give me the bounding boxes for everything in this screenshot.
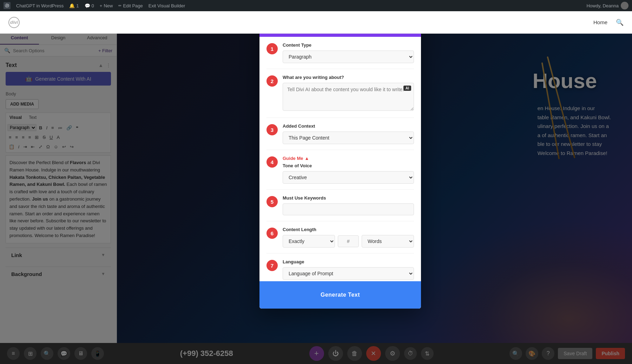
step-1-content: Content Type Paragraph List Heading (283, 42, 414, 63)
admin-site-name[interactable]: ChatGPT in WordPress (16, 3, 64, 8)
wordpress-logo[interactable] (4, 2, 11, 9)
length-value-input[interactable] (338, 235, 359, 247)
step-number-5: 5 (266, 196, 278, 207)
write-body-modal: Write Body With AI × 1 Content Type Para… (259, 18, 421, 309)
step-7: 7 Language Language of Prompt English Sp… (266, 254, 414, 281)
modal-footer: Generate Text (259, 281, 421, 309)
step-number-4: 4 (266, 156, 278, 168)
admin-counter[interactable]: 🔔 1 (69, 3, 79, 8)
step-4-content: Guide Me ▲ Tone of Voice Creative Profes… (283, 156, 414, 184)
tone-of-voice-select[interactable]: Creative Professional Casual Formal (283, 171, 414, 184)
step-4: 4 Guide Me ▲ Tone of Voice Creative Prof… (266, 150, 414, 190)
step-1-label: Content Type (283, 42, 414, 48)
admin-exit-vb[interactable]: Exit Visual Builder (149, 3, 185, 8)
divi-nav: divi Home 🔍 (0, 11, 632, 34)
step-2-label: What are you writing about? (283, 75, 414, 80)
length-type-select[interactable]: Exactly At least At most (283, 235, 335, 248)
language-select[interactable]: Language of Prompt English Spanish Frenc… (283, 267, 414, 280)
guide-me-btn[interactable]: Guide Me ▲ (283, 156, 414, 161)
step-2-content: What are you writing about? AI (283, 75, 414, 112)
step-number-6: 6 (266, 228, 278, 239)
divi-nav-links: Home 🔍 (593, 19, 624, 26)
step-5-label: Must Use Keywords (283, 195, 414, 201)
divi-logo-circle: divi (8, 17, 20, 28)
step-2: 2 What are you writing about? AI (266, 69, 414, 118)
avatar (621, 2, 628, 9)
admin-howdy: Howdy, Deanna (586, 2, 628, 9)
step-3: 3 Added Context This Page Content None C… (266, 118, 414, 150)
step-6-content: Content Length Exactly At least At most … (283, 227, 414, 248)
step-5-content: Must Use Keywords (283, 195, 414, 215)
step-1: 1 Content Type Paragraph List Heading (266, 37, 414, 69)
step-5: 5 Must Use Keywords (266, 190, 414, 221)
generate-text-btn[interactable]: Generate Text (266, 287, 414, 303)
nav-home[interactable]: Home (593, 19, 607, 25)
modal-body: 1 Content Type Paragraph List Heading 2 … (259, 37, 421, 281)
step-number-1: 1 (266, 43, 278, 54)
step-number-7: 7 (266, 260, 278, 271)
textarea-wrapper: AI (283, 83, 414, 112)
guide-me-arrow: ▲ (305, 156, 309, 161)
search-icon[interactable]: 🔍 (616, 19, 624, 26)
admin-comments[interactable]: 💬 0 (85, 3, 94, 8)
writing-about-textarea[interactable] (283, 83, 414, 111)
step-3-label: Added Context (283, 123, 414, 129)
step-6: 6 Content Length Exactly At least At mos… (266, 221, 414, 254)
admin-bar: ChatGPT in WordPress 🔔 1 💬 0 New Edit Pa… (0, 0, 632, 11)
step-number-2: 2 (266, 75, 278, 87)
admin-new[interactable]: New (100, 3, 113, 8)
step-4-label: Tone of Voice (283, 163, 414, 168)
length-unit-select[interactable]: Words Sentences Paragraphs (362, 235, 414, 248)
divi-logo: divi (8, 17, 20, 28)
content-type-select[interactable]: Paragraph List Heading (283, 50, 414, 63)
added-context-select[interactable]: This Page Content None Custom (283, 132, 414, 144)
step-6-label: Content Length (283, 227, 414, 232)
content-length-row: Exactly At least At most Words Sentences… (283, 235, 414, 248)
modal-overlay: Write Body With AI × 1 Content Type Para… (0, 0, 632, 364)
step-3-content: Added Context This Page Content None Cus… (283, 123, 414, 144)
ai-badge: AI (403, 86, 411, 91)
step-7-label: Language (283, 259, 414, 264)
step-7-content: Language Language of Prompt English Span… (283, 259, 414, 280)
step-number-3: 3 (266, 124, 278, 135)
keywords-input[interactable] (283, 203, 414, 215)
admin-edit-page[interactable]: Edit Page (118, 3, 143, 8)
